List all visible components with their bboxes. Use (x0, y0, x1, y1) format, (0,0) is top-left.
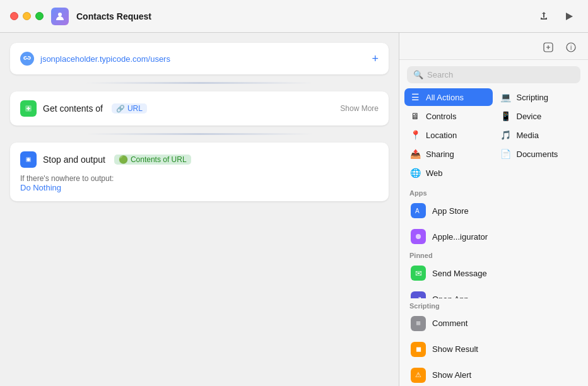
stop-output-label: Stop and output (43, 155, 105, 165)
scripting-section-label: Scripting (399, 298, 588, 311)
sharing-icon: 📤 (409, 149, 421, 159)
titlebar-actions (535, 8, 578, 25)
show-alert-icon: ⚠ (411, 368, 426, 383)
sidebar-item-media[interactable]: 🎵 Media (495, 126, 584, 144)
pinned-list: ✉ Send Message ↗ Open App ♪ Play Music (399, 260, 588, 298)
divider-2 (86, 133, 313, 135)
add-url-button[interactable]: + (372, 52, 379, 66)
comment-icon: ≡ (411, 316, 426, 331)
documents-icon: 📄 (500, 149, 512, 159)
right-panel-top: i 🔍 Search ☰ All Actions 💻 Scripting (399, 33, 588, 185)
app-icon (51, 8, 69, 25)
web-label: Web (426, 168, 443, 178)
titlebar: Contacts Request (0, 0, 588, 33)
open-app-icon: ↗ (411, 291, 426, 298)
controls-label: Controls (426, 112, 456, 121)
device-icon: 📱 (500, 111, 512, 121)
sidebar-item-web[interactable]: 🌐 Web (404, 164, 493, 182)
app-store-label: App Store (432, 206, 469, 216)
divider-1 (86, 82, 313, 84)
apps-section-label: Apps (399, 185, 588, 198)
sharing-label: Sharing (426, 149, 454, 159)
documents-label: Documents (517, 149, 558, 159)
location-icon: 📍 (409, 130, 421, 140)
media-icon: 🎵 (500, 130, 512, 140)
svg-text:A: A (415, 208, 420, 214)
svg-text:i: i (570, 44, 572, 51)
sidebar-item-location[interactable]: 📍 Location (404, 126, 493, 144)
minimize-button[interactable] (23, 12, 31, 20)
maximize-button[interactable] (35, 12, 44, 20)
list-item[interactable]: ◼ Show Result (404, 337, 583, 362)
close-button[interactable] (10, 12, 18, 20)
all-actions-label: All Actions (426, 93, 464, 102)
url-bar[interactable]: jsonplaceholder.typicode.com/users + (10, 43, 389, 74)
configurator-icon (411, 229, 426, 244)
show-result-icon: ◼ (411, 342, 426, 357)
scripting-list: ≡ Comment ◼ Show Result ⚠ Show Alert ? A… (399, 311, 588, 386)
list-item[interactable]: ⚠ Show Alert (404, 363, 583, 386)
categories-grid: ☰ All Actions 💻 Scripting 🖥 Controls 📱 D… (399, 88, 588, 185)
sidebar-item-controls[interactable]: 🖥 Controls (404, 107, 493, 125)
device-label: Device (517, 112, 542, 121)
web-icon: 🌐 (409, 168, 421, 178)
svg-point-4 (27, 158, 30, 161)
send-message-label: Send Message (432, 269, 487, 278)
list-item[interactable]: ↗ Open App (404, 286, 583, 298)
pinned-section-label: Pinned (399, 248, 588, 260)
show-result-label: Show Result (432, 344, 478, 354)
comment-label: Comment (432, 319, 467, 328)
traffic-lights (10, 12, 44, 20)
url-text: jsonplaceholder.typicode.com/users (40, 54, 365, 64)
show-alert-label: Show Alert (432, 370, 471, 380)
link-icon (20, 52, 34, 66)
location-label: Location (426, 131, 457, 140)
list-item[interactable]: ✉ Send Message (404, 260, 583, 286)
all-actions-icon: ☰ (409, 92, 421, 102)
panel-header: i (399, 33, 588, 60)
svg-point-0 (58, 13, 62, 16)
window-title: Contacts Request (76, 11, 527, 21)
list-item[interactable]: Apple...igurator (404, 224, 583, 248)
configurator-label: Apple...igurator (432, 232, 488, 242)
right-panel: i 🔍 Search ☰ All Actions 💻 Scripting (399, 33, 588, 386)
url-param[interactable]: 🔗 URL (112, 103, 147, 114)
info-button[interactable]: i (563, 39, 579, 56)
stop-output-card: Stop and output 🟢 Contents of URL If the… (10, 143, 389, 201)
sidebar-item-device[interactable]: 📱 Device (495, 107, 584, 125)
apps-list: A App Store Apple...igurator Books (399, 198, 588, 248)
scripting-icon: 💻 (500, 92, 512, 102)
app-store-icon: A (411, 203, 426, 218)
main-content: jsonplaceholder.typicode.com/users + Get… (0, 33, 588, 386)
controls-icon: 🖥 (409, 111, 421, 121)
list-item[interactable]: ≡ Comment (404, 311, 583, 336)
add-action-button[interactable] (540, 39, 556, 56)
share-button[interactable] (535, 8, 553, 25)
sidebar-item-scripting[interactable]: 💻 Scripting (495, 88, 584, 106)
sidebar-item-documents[interactable]: 📄 Documents (495, 145, 584, 163)
scripting-label: Scripting (517, 93, 549, 102)
list-item[interactable]: A App Store (404, 198, 583, 223)
sidebar-item-sharing[interactable]: 📤 Sharing (404, 145, 493, 163)
get-contents-card: Get contents of 🔗 URL Show More (10, 91, 389, 126)
get-contents-icon (20, 100, 37, 117)
search-bar[interactable]: 🔍 Search (407, 66, 580, 83)
scrollable-panel: Apps A App Store Apple...igurator (399, 185, 588, 386)
badge-icon: 🟢 (119, 155, 128, 164)
search-icon: 🔍 (413, 70, 423, 79)
search-input[interactable]: Search (427, 70, 574, 79)
sidebar-item-all-actions[interactable]: ☰ All Actions (404, 88, 493, 106)
stop-output-header: Stop and output 🟢 Contents of URL (20, 151, 379, 168)
media-label: Media (517, 131, 539, 140)
stop-subtext: If there's nowhere to output: Do Nothing (20, 174, 379, 192)
contents-badge[interactable]: 🟢 Contents of URL (114, 155, 191, 165)
get-contents-header: Get contents of 🔗 URL Show More (20, 100, 379, 117)
do-nothing-link[interactable]: Do Nothing (20, 183, 61, 192)
param-link-icon: 🔗 (116, 105, 125, 113)
stop-output-icon (20, 151, 37, 168)
svg-marker-1 (566, 13, 573, 20)
get-contents-label: Get contents of (43, 103, 103, 114)
show-more-button[interactable]: Show More (340, 104, 379, 113)
play-button[interactable] (560, 8, 578, 25)
svg-point-9 (416, 234, 421, 239)
